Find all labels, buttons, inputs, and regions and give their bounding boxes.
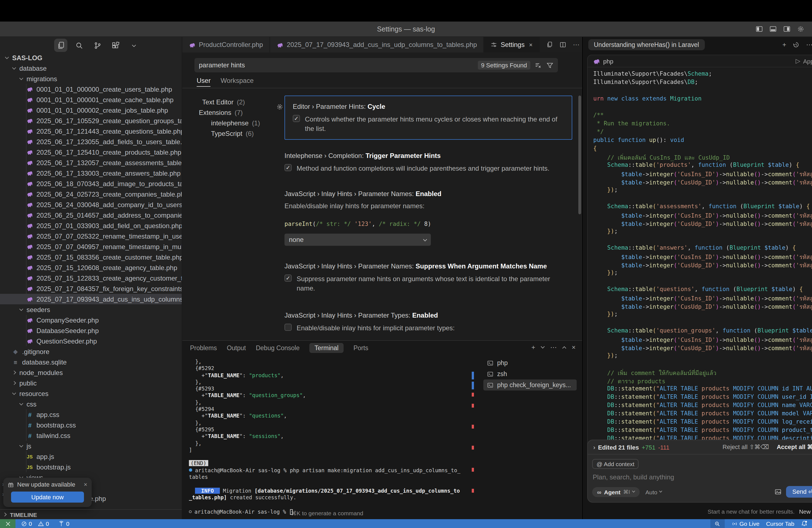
copy-file-icon[interactable] [546, 41, 553, 48]
split-editor-icon[interactable] [560, 41, 566, 48]
send-button[interactable]: Send ⏎ [786, 486, 812, 498]
tree-item[interactable]: QuestionSeeder.php [0, 336, 182, 346]
settings-search-input[interactable]: parameter hints 9 Settings Found [194, 58, 558, 72]
toggle-right-sidebar-icon[interactable] [783, 25, 791, 33]
tree-item[interactable]: 2025_07_15_122833_create_agency_customer… [0, 273, 182, 283]
tree-item[interactable]: 2025_06_18_070343_add_image_to_products_… [0, 178, 182, 189]
tree-item[interactable]: 0001_01_01_000000_create_users_table.php [0, 84, 182, 94]
forwarded-ports-indicator[interactable]: 0 [58, 520, 69, 527]
editor-tab[interactable]: ProductController.php [182, 37, 270, 53]
tree-item[interactable]: ≡database.sqlite [0, 357, 182, 367]
explorer-icon[interactable] [54, 39, 68, 52]
settings-gear-icon[interactable] [797, 25, 804, 33]
errors-indicator[interactable]: 0 [21, 520, 32, 527]
attach-image-icon[interactable] [775, 488, 782, 495]
tree-folder[interactable]: seeders [0, 304, 182, 315]
tree-folder[interactable]: node_modules [0, 367, 182, 378]
zoom-indicator[interactable] [710, 519, 724, 528]
timeline-section[interactable]: TIMELINE [0, 509, 182, 519]
tree-item[interactable]: 2025_07_17_093943_add_cus_ins_udp_column… [0, 294, 182, 304]
terminal-profile-chevron-icon[interactable] [541, 344, 545, 349]
tree-item[interactable]: 2025_06_17_105529_create_question_groups… [0, 115, 182, 126]
new-terminal-icon[interactable]: + [532, 343, 535, 351]
terminal-instance[interactable]: php [483, 357, 577, 368]
tree-folder[interactable]: public [0, 378, 182, 388]
add-context-button[interactable]: @ Add context [592, 459, 639, 469]
tab-workspace[interactable]: Workspace [221, 77, 254, 86]
tree-item[interactable]: 2025_07_01_033903_add_field_on_question.… [0, 220, 182, 231]
setting-js-inlay-hints-parameter-names[interactable]: JavaScript › Inlay Hints › Parameter Nam… [285, 190, 572, 246]
setting-js-inlay-hints-parameter-types[interactable]: JavaScript › Inlay Hints › Parameter Typ… [285, 311, 572, 333]
tree-item[interactable]: 2025_06_25_014657_add_address_to_compani… [0, 210, 182, 220]
update-now-button[interactable]: Update now [11, 492, 84, 503]
tree-item[interactable]: 2025_07_15_083356_create_customer_table.… [0, 252, 182, 262]
tree-item[interactable]: 0001_01_01_000001_create_cache_table.php [0, 94, 182, 105]
more-icon[interactable]: ⋯ [806, 41, 812, 48]
tree-item[interactable]: CompanySeeder.php [0, 315, 182, 325]
tree-item[interactable]: 2025_06_17_125410_create_products_table.… [0, 147, 182, 157]
reject-all-button[interactable]: Reject all ⇧⌘⌫ [723, 443, 769, 451]
tree-item[interactable]: 2025_06_17_133003_create_answers_table.p… [0, 168, 182, 178]
panel-tab-problems[interactable]: Problems [190, 344, 217, 351]
checkbox[interactable] [285, 275, 292, 282]
panel-tab-debug-console[interactable]: Debug Console [256, 344, 300, 351]
tree-item[interactable]: #tailwind.css [0, 430, 182, 441]
tree-folder[interactable]: js [0, 441, 182, 451]
tree-item[interactable]: 2025_07_15_120608_create_agency_table.ph… [0, 262, 182, 273]
model-selector[interactable]: Auto [646, 488, 662, 495]
tree-folder[interactable]: migrations [0, 73, 182, 84]
apply-button[interactable]: ▷ Apply [796, 57, 812, 64]
tree-item[interactable]: #app.css [0, 409, 182, 420]
tree-folder[interactable]: resources [0, 388, 182, 399]
checkbox[interactable] [293, 115, 300, 122]
go-live-button[interactable]: Go Live [731, 520, 759, 527]
toggle-bottom-panel-icon[interactable] [769, 25, 777, 33]
warnings-indicator[interactable]: 0 [38, 520, 49, 527]
tree-item[interactable]: 2025_06_24_025723_create_companies_table… [0, 189, 182, 200]
chevron-down-icon[interactable] [127, 39, 140, 52]
editor-tab[interactable]: Settings× [484, 37, 540, 53]
maximize-panel-icon[interactable] [562, 346, 566, 350]
accept-all-button[interactable]: Accept all ⌘⏎ [777, 443, 812, 451]
search-icon[interactable] [72, 39, 86, 52]
toc-item[interactable]: Extensions(7) [195, 107, 278, 118]
new-chat-link[interactable]: New chat [799, 508, 812, 515]
tree-folder[interactable]: database [0, 63, 182, 73]
close-tab-icon[interactable]: × [529, 41, 533, 48]
scrollbar[interactable] [578, 96, 581, 214]
close-icon[interactable]: × [84, 481, 87, 488]
tab-user[interactable]: User [197, 77, 211, 86]
chat-tab-title[interactable]: Understanding whereHas() in Laravel [588, 39, 705, 50]
tree-item[interactable]: 2025_07_07_025322_rename_timestamp_in_us… [0, 231, 182, 241]
cursor-tab-indicator[interactable]: Cursor Tab [766, 520, 794, 527]
chat-input-placeholder[interactable]: Plan, search, build anything [588, 469, 812, 481]
tree-item[interactable]: 0001_01_01_000002_create_jobs_table.php [0, 105, 182, 115]
more-icon[interactable]: ⋯ [573, 41, 579, 48]
filter-funnel-icon[interactable] [546, 62, 553, 69]
more-icon[interactable]: ⋯ [550, 343, 557, 351]
terminal-output[interactable]: }, {#5292 +"TABLE_NAME": "products", }, … [189, 358, 468, 515]
tree-item[interactable]: JSapp.js [0, 451, 182, 462]
history-icon[interactable] [793, 41, 800, 48]
toc-item[interactable]: TypeScript(6) [195, 128, 278, 138]
setting-js-suppress-when-argument-matches-name[interactable]: JavaScript › Inlay Hints › Parameter Nam… [285, 262, 572, 293]
panel-tab-ports[interactable]: Ports [353, 344, 368, 351]
checkbox[interactable] [285, 164, 292, 171]
extensions-icon[interactable] [109, 39, 122, 52]
notifications-bell-icon[interactable] [801, 520, 808, 527]
agent-mode-selector[interactable]: ∞Agent ⌘I [592, 487, 640, 497]
setting-intelephense-trigger-parameter-hints[interactable]: Intelephense › Completion: Trigger Param… [285, 152, 572, 173]
source-control-icon[interactable] [91, 39, 104, 52]
terminal-instance[interactable]: php check_foreign_keys... [483, 379, 577, 391]
new-chat-plus-icon[interactable]: + [782, 41, 786, 48]
tree-item[interactable]: 2025_06_17_132057_create_assessments_tab… [0, 157, 182, 168]
setting-gear-icon[interactable] [276, 103, 284, 111]
tree-item[interactable]: JSbootstrap.js [0, 462, 182, 472]
tree-item[interactable]: #bootstrap.css [0, 420, 182, 430]
tree-item[interactable]: 2025_06_17_121443_create_questions_table… [0, 126, 182, 136]
tree-item[interactable]: 2025_06_17_123055_add_fields_to_users_ta… [0, 136, 182, 147]
remote-indicator[interactable] [0, 519, 15, 528]
tree-folder[interactable]: SAS-LOG [0, 53, 182, 63]
chevron-icon[interactable]: › [593, 444, 595, 450]
panel-tab-output[interactable]: Output [227, 344, 246, 351]
